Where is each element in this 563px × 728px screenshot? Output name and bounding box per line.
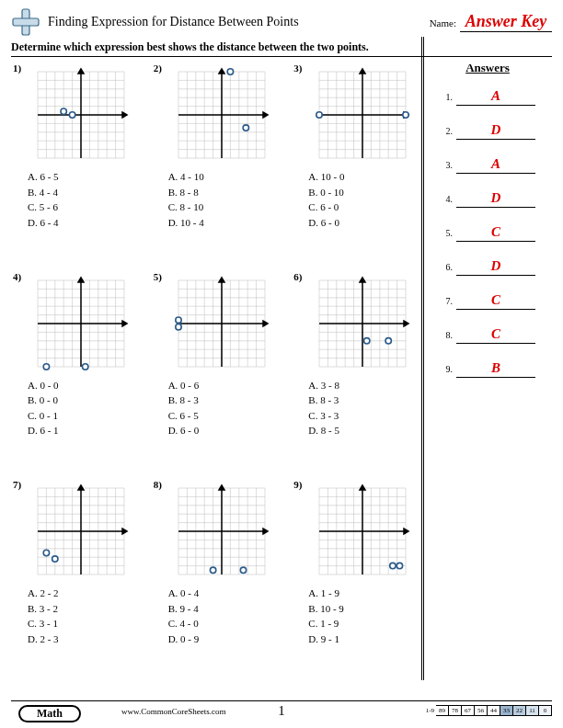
choice: D. 8 - 5 (308, 423, 429, 438)
answer-choices: A. 3 - 8B. 8 - 3C. 3 - 3D. 8 - 5 (295, 378, 429, 438)
choice: A. 2 - 2 (28, 586, 148, 601)
answer-choices: A. 0 - 4B. 9 - 4C. 4 - 0D. 0 - 9 (155, 586, 289, 646)
svg-point-28 (61, 108, 66, 114)
choice: A. 6 - 5 (28, 169, 148, 185)
choice: C. 0 - 1 (28, 408, 148, 424)
svg-marker-195 (78, 485, 84, 490)
score-cell: 33 (500, 705, 513, 716)
answers-header: Answers (440, 61, 535, 75)
svg-marker-251 (360, 485, 365, 490)
choice: D. 6 - 4 (28, 215, 148, 231)
answer-choices: A. 4 - 10B. 8 - 8C. 8 - 10D. 10 - 4 (155, 169, 289, 230)
choice: B. 4 - 4 (28, 185, 148, 200)
problem: 1)A. 6 - 5B. 4 - 4C. 5 - 6D. 6 - 4 (11, 61, 152, 269)
answer-row: 3.A (440, 156, 535, 174)
choice: D. 2 - 3 (28, 631, 148, 647)
name-label: Name: (430, 17, 456, 28)
answer-row: 6.D (440, 258, 535, 276)
svg-marker-193 (122, 529, 127, 534)
answer-row: 9.B (440, 360, 535, 378)
choice: B. 0 - 10 (308, 185, 429, 200)
answer-row: 1.A (440, 88, 535, 106)
score-cell: 0 (539, 705, 552, 716)
cross-icon (11, 7, 40, 37)
coordinate-graph (312, 64, 413, 165)
answer-number: 4. (440, 194, 453, 204)
svg-marker-249 (404, 529, 408, 534)
choice: A. 0 - 4 (168, 586, 289, 601)
problem: 8)A. 0 - 4B. 9 - 4C. 4 - 0D. 0 - 9 (152, 477, 293, 686)
choice: C. 1 - 9 (308, 616, 429, 631)
answer-value: A (456, 88, 535, 106)
problem-number: 8) (154, 479, 162, 490)
answer-value: B (456, 360, 535, 378)
svg-marker-223 (219, 485, 224, 490)
answer-choices: A. 6 - 5B. 4 - 4C. 5 - 6D. 6 - 4 (15, 169, 148, 230)
page-title: Finding Expression for Distance Between … (48, 15, 299, 29)
score-cell: 89 (436, 705, 449, 716)
svg-point-84 (316, 112, 321, 118)
problem: 7)A. 2 - 2B. 3 - 2C. 3 - 1D. 2 - 3 (11, 477, 152, 686)
answer-key-label: Answer Key (460, 12, 552, 32)
svg-marker-167 (360, 278, 365, 282)
answer-value: D (456, 122, 535, 140)
answer-value: A (456, 156, 535, 174)
answer-choices: A. 0 - 6B. 8 - 3C. 6 - 5D. 6 - 0 (155, 378, 289, 438)
svg-point-168 (363, 337, 369, 343)
problem-number: 9) (293, 479, 302, 490)
choice: A. 10 - 0 (308, 169, 429, 185)
svg-point-141 (176, 324, 181, 329)
answer-number: 3. (440, 160, 453, 170)
choice: C. 6 - 0 (308, 199, 429, 215)
choice: A. 1 - 9 (308, 586, 429, 601)
score-cell: 56 (475, 705, 488, 716)
choice: B. 3 - 2 (28, 601, 148, 617)
instruction-text: Determine which expression best shows th… (11, 40, 552, 57)
score-cell: 22 (513, 705, 526, 716)
svg-marker-53 (263, 112, 268, 118)
svg-marker-165 (404, 321, 408, 326)
problem-number: 2) (154, 63, 162, 74)
svg-point-197 (52, 556, 58, 562)
choice: A. 4 - 10 (168, 169, 289, 185)
answer-number: 8. (440, 330, 453, 340)
answer-value: C (456, 224, 535, 242)
choice: D. 6 - 0 (308, 215, 429, 231)
column-divider (423, 37, 424, 680)
answer-choices: A. 1 - 9B. 10 - 9C. 1 - 9D. 9 - 1 (295, 586, 429, 646)
score-cell: 78 (449, 705, 462, 716)
answer-number: 6. (440, 262, 453, 272)
choice: B. 0 - 0 (28, 392, 148, 408)
problem-number: 6) (293, 271, 302, 282)
choice: A. 0 - 0 (28, 378, 148, 393)
svg-marker-25 (122, 112, 127, 118)
svg-point-225 (240, 567, 246, 573)
coordinate-graph (312, 273, 413, 374)
answer-choices: A. 2 - 2B. 3 - 2C. 3 - 1D. 2 - 3 (15, 586, 148, 646)
coordinate-graph (30, 64, 132, 165)
choice: A. 3 - 8 (308, 378, 429, 393)
svg-marker-55 (219, 69, 224, 74)
problem: 5)A. 0 - 6B. 8 - 3C. 6 - 5D. 6 - 0 (152, 269, 293, 478)
choice: B. 8 - 3 (168, 392, 289, 408)
math-badge: Math (18, 705, 81, 722)
column-divider (421, 37, 422, 680)
site-url: www.CommonCoreSheets.com (121, 707, 225, 716)
choice: A. 0 - 6 (168, 378, 289, 393)
coordinate-graph (171, 64, 272, 165)
problem: 3)A. 10 - 0B. 0 - 10C. 6 - 0D. 6 - 0 (292, 61, 432, 269)
choice: D. 9 - 1 (308, 631, 429, 647)
choice: B. 10 - 9 (308, 601, 429, 617)
score-cell: 67 (462, 705, 475, 716)
answer-row: 2.D (440, 122, 535, 140)
choice: C. 5 - 6 (28, 199, 148, 215)
coordinate-graph (312, 481, 413, 582)
svg-marker-139 (219, 278, 224, 282)
svg-point-224 (210, 567, 215, 573)
problem-number: 7) (13, 479, 21, 490)
choice: C. 3 - 3 (308, 408, 429, 424)
answer-number: 7. (440, 296, 453, 306)
choice: C. 4 - 0 (168, 616, 289, 631)
choice: D. 0 - 9 (168, 631, 289, 647)
choice: B. 8 - 8 (168, 185, 289, 200)
